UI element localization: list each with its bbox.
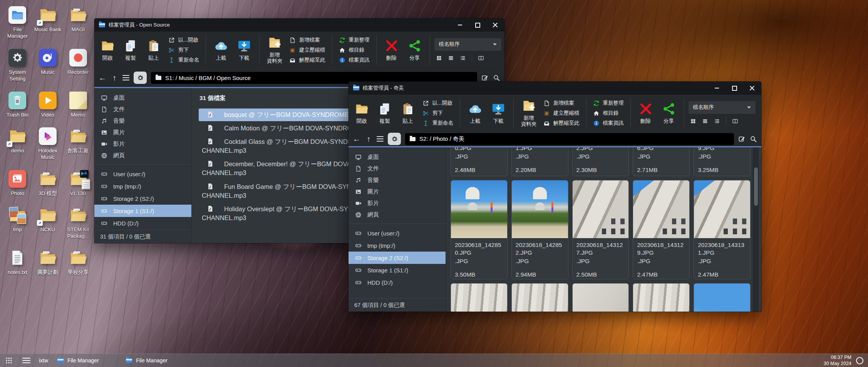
desktop-icon-tmp[interactable]: tmp: [2, 204, 33, 241]
upload-button[interactable]: 上載: [464, 102, 487, 124]
copy-button[interactable]: 複製: [119, 39, 142, 61]
list-view-button[interactable]: [702, 118, 708, 124]
refresh-button[interactable]: 重新整理: [593, 100, 624, 107]
delete-button[interactable]: 刪除: [634, 102, 657, 124]
sidebar-item-web[interactable]: 網頁: [349, 209, 446, 220]
file-info-button[interactable]: 檔案資訊: [593, 120, 624, 127]
sidebar-item-storage2-drive[interactable]: Storage 2 (S2:/): [349, 252, 446, 264]
photo-cell[interactable]: 20230618_143131.JPG.JPG2.47MB: [694, 180, 751, 279]
sidebar-item-videos[interactable]: 影片: [349, 197, 446, 209]
share-button[interactable]: 分享: [403, 39, 426, 61]
sidebar-item-hdd-drive[interactable]: HDD (D:/): [94, 217, 191, 229]
list-view-button[interactable]: [448, 55, 454, 61]
file-info-button[interactable]: 檔案資訊: [339, 57, 370, 63]
extract-here-button[interactable]: 解壓縮至此: [289, 57, 325, 63]
desktop-icon-stem-kit[interactable]: STEM Kit Packag...: [63, 204, 93, 241]
search-button[interactable]: [493, 74, 500, 82]
sidebar-item-music[interactable]: 音樂: [349, 174, 446, 186]
desktop-icon-video[interactable]: Video: [33, 89, 63, 120]
back-button[interactable]: ←: [99, 74, 106, 82]
root-button[interactable]: 根目錄: [593, 110, 624, 117]
grid-view-button[interactable]: [690, 118, 696, 124]
sidebar-item-storage1-drive[interactable]: Storage 1 (S1:/): [349, 264, 446, 276]
open-button[interactable]: 開啟: [96, 39, 119, 61]
photo-cell[interactable]: 20230618_142852.JPG.JPG2.94MB: [511, 180, 568, 279]
photo-cell[interactable]: 20230618_142850.JPG.JPG3.50MB: [451, 180, 508, 279]
desktop-icon-notes-txt[interactable]: notes.txt: [2, 247, 33, 277]
paste-button[interactable]: 貼上: [142, 39, 165, 61]
photo-cell[interactable]: [694, 283, 751, 312]
sidebar-item-music[interactable]: 音樂: [94, 115, 191, 127]
photo-cell[interactable]: 9.JPG.JPG3.25MB: [694, 147, 751, 176]
menu-button[interactable]: [122, 75, 129, 80]
sidebar-item-tmp-drive[interactable]: tmp (tmp:/): [94, 180, 191, 192]
sidebar-item-web[interactable]: 網頁: [94, 150, 191, 161]
root-button[interactable]: 根目錄: [339, 47, 370, 53]
desktop-icon-dream-plan[interactable]: 圓夢計劃: [33, 247, 63, 277]
detail-view-button[interactable]: [714, 118, 720, 124]
edit-path-button[interactable]: [738, 135, 746, 143]
desktop-icon-v1130[interactable]: v1.130: [63, 168, 93, 199]
photo-cell[interactable]: 0.JPG.JPG2.48MB: [451, 147, 508, 176]
new-folder-button[interactable]: 新增資料夾: [263, 36, 286, 64]
photo-cell[interactable]: [451, 283, 508, 312]
cut-button[interactable]: 剪下: [168, 47, 199, 53]
sidebar-item-tmp-drive[interactable]: tmp (tmp:/): [349, 239, 446, 252]
desktop-icon-music-bank[interactable]: Music Bank: [33, 4, 63, 41]
sidebar-item-pictures[interactable]: 圖片: [94, 127, 191, 138]
new-file-button[interactable]: 新增檔案: [543, 100, 580, 107]
sidebar-item-hdd-drive[interactable]: HDD (D:/): [349, 276, 446, 289]
sidebar-item-storage1-drive[interactable]: Storage 1 (S1:/): [94, 205, 191, 217]
sidebar-item-documents[interactable]: 文件: [94, 103, 191, 115]
sidebar-item-user-drive[interactable]: User (user:/): [349, 227, 446, 239]
settings-button[interactable]: [388, 133, 401, 145]
taskbar-task-file-manager-2[interactable]: File Manager: [126, 357, 184, 364]
edit-path-button[interactable]: [481, 74, 489, 82]
app-launcher-button[interactable]: [0, 357, 18, 364]
photo-cell[interactable]: [511, 283, 568, 312]
maximize-button[interactable]: [474, 22, 481, 28]
open-with-button[interactable]: 以...開啟: [422, 100, 453, 107]
maximize-button[interactable]: [731, 85, 737, 91]
sort-dropdown[interactable]: 檔名順序: [689, 101, 756, 114]
clock[interactable]: 06:37 PM 30 May 2024: [824, 354, 851, 367]
rename-button[interactable]: 重新命名: [422, 120, 453, 127]
detail-view-button[interactable]: [460, 55, 466, 61]
desktop-icon-file-manager[interactable]: File Manager: [2, 4, 33, 41]
desktop-icon-photo[interactable]: Photo: [2, 168, 33, 199]
desktop-icon-memo[interactable]: Memo: [63, 89, 93, 120]
sidebar-item-storage2-drive[interactable]: Storage 2 (S2:/): [94, 192, 191, 205]
desktop-icon-demo[interactable]: demo: [2, 125, 33, 162]
new-file-button[interactable]: 新增檔案: [289, 37, 325, 43]
grid-view-button[interactable]: [436, 55, 442, 61]
download-button[interactable]: 下載: [233, 39, 256, 61]
scrollbar[interactable]: [753, 147, 759, 312]
sidebar-item-videos[interactable]: 影片: [94, 138, 191, 150]
desktop-icon-3d-models[interactable]: 3D 模型: [33, 168, 63, 199]
create-archive-button[interactable]: 建立壓縮檔: [289, 47, 325, 53]
sidebar-item-desktop[interactable]: 桌面: [349, 151, 446, 163]
close-button[interactable]: [749, 85, 755, 91]
desktop-icon-trash-bin[interactable]: Trash Bin: [2, 89, 33, 120]
open-button[interactable]: 開啟: [350, 102, 373, 124]
upload-button[interactable]: 上載: [209, 39, 233, 61]
path-field[interactable]: S2: / Photo / 奇美: [405, 133, 734, 145]
task-list-button[interactable]: [22, 358, 30, 364]
sidebar-item-desktop[interactable]: 桌面: [94, 92, 191, 103]
delete-button[interactable]: 刪除: [380, 39, 403, 61]
settings-button[interactable]: [134, 72, 147, 84]
photo-cell[interactable]: 6.JPG.JPG2.71MB: [633, 147, 690, 176]
minimize-button[interactable]: [714, 85, 720, 91]
rename-button[interactable]: 重新命名: [168, 57, 199, 63]
minimize-button[interactable]: [457, 22, 463, 28]
taskbar-task-file-manager-1[interactable]: File Manager: [57, 357, 116, 364]
create-archive-button[interactable]: 建立壓縮檔: [543, 110, 580, 117]
sidebar-item-user-drive[interactable]: User (user:/): [94, 168, 191, 180]
back-button[interactable]: ←: [353, 135, 360, 143]
titlebar[interactable]: 檔案管理員 - Open Source: [94, 18, 504, 32]
desktop-icon-school-share[interactable]: 學校分享: [63, 247, 93, 277]
menu-button[interactable]: [377, 136, 384, 142]
scrollbar-thumb[interactable]: [754, 167, 758, 206]
download-button[interactable]: 下載: [487, 102, 510, 124]
new-folder-button[interactable]: 新增資料夾: [517, 99, 540, 127]
